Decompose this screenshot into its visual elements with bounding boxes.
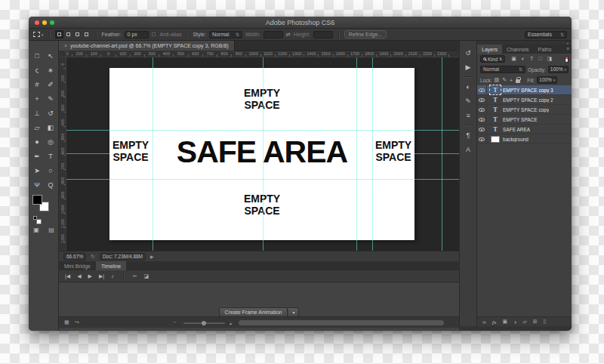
transition-button[interactable]: ◪	[144, 273, 149, 279]
default-colors-icon[interactable]	[33, 216, 37, 220]
first-frame-button[interactable]: |◀	[65, 273, 70, 279]
styles-panel-icon[interactable]: ✎	[460, 94, 476, 108]
lock-transparency-icon[interactable]: ▨	[495, 77, 500, 83]
refine-edge-button[interactable]: Refine Edge...	[344, 30, 387, 39]
next-frame-button[interactable]: ▶|	[99, 273, 104, 279]
canvas-viewport[interactable]: EMPTY SPACE EMPTY SPACE SAFE AREA EMPTY …	[66, 57, 459, 251]
zoom-in-timeline-button[interactable]: ▲	[229, 321, 233, 325]
healing-brush-tool[interactable]: +	[30, 91, 44, 106]
zoom-tool[interactable]: Q	[44, 177, 57, 192]
visibility-cell[interactable]	[477, 134, 487, 144]
canvas[interactable]: EMPTY SPACE EMPTY SPACE SAFE AREA EMPTY …	[109, 68, 414, 240]
move-tool[interactable]: ↖	[44, 48, 57, 63]
eye-icon[interactable]	[479, 98, 485, 102]
pixel-layer-filter-icon[interactable]: ▣	[511, 56, 516, 62]
swap-dimensions-icon[interactable]: ⇄	[286, 32, 291, 38]
lock-all-icon[interactable]	[516, 79, 520, 83]
text-layer-thumbnail[interactable]: T	[491, 125, 500, 133]
new-adjustment-layer-button[interactable]: ◑	[513, 319, 516, 325]
image-layer-thumbnail[interactable]	[491, 136, 500, 143]
timeline-zoom-slider[interactable]	[183, 322, 225, 324]
lock-position-icon[interactable]: +	[510, 78, 513, 83]
shape-tool[interactable]: ○	[44, 163, 57, 177]
opacity-field[interactable]: 100%▾	[548, 66, 569, 73]
tab-paths[interactable]: Paths	[534, 45, 556, 54]
layer-row[interactable]: TEMPTY SPACE copy 2	[477, 95, 572, 105]
status-flyout-arrow-icon[interactable]: ▶	[150, 254, 154, 259]
gradient-tool[interactable]: ◧	[44, 120, 57, 134]
magic-wand-tool[interactable]: ∗	[44, 63, 57, 77]
fill-field[interactable]: 100%▾	[537, 76, 557, 84]
tab-mini-bridge[interactable]: Mini Bridge	[59, 261, 96, 270]
visibility-cell[interactable]	[477, 105, 487, 115]
zoom-level-field[interactable]: 66.67%	[63, 253, 86, 261]
visibility-cell[interactable]	[477, 85, 487, 95]
history-brush-tool[interactable]: ↺	[44, 106, 57, 120]
blend-mode-select[interactable]: Normal⇅	[480, 66, 525, 73]
width-input[interactable]	[263, 31, 283, 39]
tab-timeline[interactable]: Timeline	[96, 261, 126, 270]
close-document-icon[interactable]: ×	[64, 43, 67, 48]
add-layer-mask-button[interactable]: ▣	[502, 319, 507, 325]
path-selection-tool[interactable]: ➤	[30, 163, 44, 177]
play-button[interactable]: ▶	[88, 273, 92, 279]
blur-tool[interactable]: ●	[30, 134, 44, 149]
minimize-window-button[interactable]	[42, 20, 47, 25]
guide-horizontal[interactable]	[66, 130, 459, 131]
text-layer-thumbnail[interactable]: T	[491, 96, 500, 103]
clone-stamp-tool[interactable]: ⊥	[30, 106, 44, 120]
brush-panel-icon[interactable]: ≡	[460, 108, 476, 122]
guide-horizontal[interactable]	[414, 153, 459, 154]
guide-vertical[interactable]	[263, 57, 263, 251]
layer-row[interactable]: TEMPTY SPACE	[477, 115, 572, 125]
eyedropper-tool[interactable]: ✐	[44, 77, 57, 91]
link-layers-button[interactable]: ∞	[482, 319, 486, 325]
guide-horizontal[interactable]	[66, 179, 459, 180]
character-panel-icon[interactable]: A	[460, 142, 476, 156]
adjustments-panel-icon[interactable]: ◐	[460, 79, 476, 94]
add-to-selection-button[interactable]	[64, 30, 72, 39]
feather-input[interactable]: 0 px	[125, 31, 149, 39]
eraser-tool[interactable]: ▱	[30, 120, 44, 134]
subtract-from-selection-button[interactable]	[73, 30, 82, 39]
guide-vertical[interactable]	[153, 57, 153, 251]
type-layer-filter-icon[interactable]: T	[530, 56, 533, 62]
intersect-selection-button[interactable]	[82, 30, 91, 39]
crop-tool[interactable]: #	[30, 77, 44, 91]
previous-frame-button[interactable]: ◀	[77, 273, 81, 279]
tab-layers[interactable]: Layers	[477, 45, 502, 54]
adjustment-layer-filter-icon[interactable]: ◐	[522, 56, 525, 62]
new-selection-button[interactable]	[55, 30, 63, 39]
zoom-window-button[interactable]	[50, 20, 54, 25]
close-window-button[interactable]	[35, 20, 39, 25]
quick-mask-button[interactable]: ▣	[33, 227, 39, 233]
workspace-select[interactable]: Essentials⇅	[525, 31, 567, 39]
height-input[interactable]	[313, 31, 333, 39]
new-group-button[interactable]: ▱	[522, 319, 526, 325]
convert-timeline-button[interactable]: ▦	[64, 319, 69, 325]
actions-panel-icon[interactable]: ▶	[460, 60, 476, 74]
guide-vertical[interactable]	[356, 57, 357, 251]
smart-object-filter-icon[interactable]: ◨	[547, 56, 553, 62]
shape-layer-filter-icon[interactable]: □	[538, 56, 541, 62]
eye-icon[interactable]	[479, 108, 485, 112]
current-tool-preset[interactable]: ▾	[33, 32, 44, 37]
guide-horizontal[interactable]	[66, 153, 109, 154]
brush-tool[interactable]: ✎	[44, 91, 57, 106]
filter-kind-select[interactable]: Kind ⇅	[480, 55, 505, 63]
style-select[interactable]: Normal⇅	[209, 31, 242, 39]
text-layer-thumbnail[interactable]: T	[491, 86, 500, 94]
collapse-panels-button[interactable]: »	[566, 42, 569, 45]
audio-toggle-button[interactable]: ♪	[111, 273, 114, 279]
filter-toggle-switch[interactable]	[565, 56, 569, 63]
anti-alias-checkbox[interactable]	[152, 32, 156, 36]
layer-row[interactable]: TSAFE AREA	[477, 125, 572, 134]
type-tool[interactable]: T	[44, 149, 57, 163]
eye-icon[interactable]	[479, 88, 485, 92]
eye-icon[interactable]	[479, 118, 485, 122]
dodge-tool[interactable]: ◎	[44, 134, 57, 149]
panel-menu-icon[interactable]: ≡	[566, 46, 569, 51]
shortcut-arrow-icon[interactable]: ↪	[75, 319, 79, 325]
zoom-out-timeline-button[interactable]: −	[173, 319, 176, 325]
layer-row[interactable]: TEMPTY SPACE copy	[477, 105, 572, 115]
